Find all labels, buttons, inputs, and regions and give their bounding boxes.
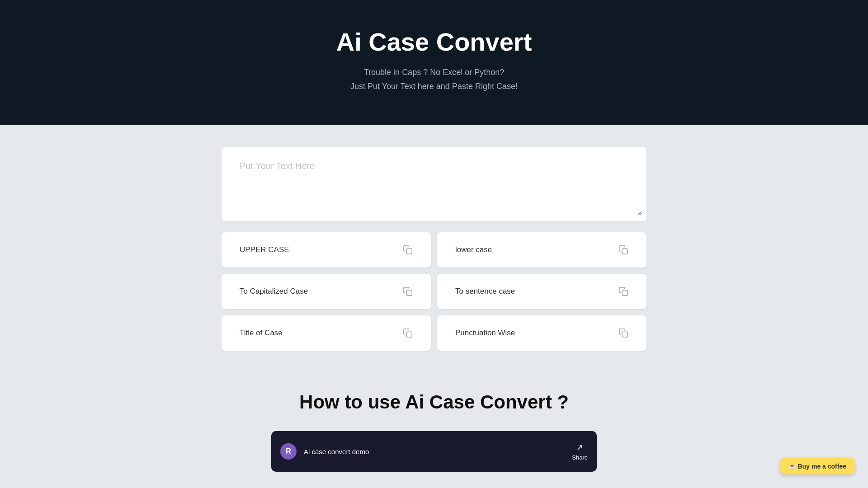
subtitle-line1: Trouble in Caps ? No Excel or Python? — [9, 66, 859, 80]
copy-icon-title — [403, 328, 413, 338]
share-icon: ↗ — [576, 442, 583, 452]
svg-rect-5 — [622, 332, 627, 337]
copy-icon-sentence — [618, 286, 628, 296]
text-input-wrapper — [222, 147, 646, 221]
case-grid: UPPER CASE lower case To Capitalized Cas… — [222, 232, 646, 351]
buy-coffee-button[interactable]: ☕ Buy me a coffee — [780, 458, 854, 474]
video-avatar: R — [280, 443, 297, 460]
upper-case-label: UPPER CASE — [240, 245, 289, 254]
lower-case-card[interactable]: lower case — [437, 232, 646, 267]
how-to-heading: How to use Ai Case Convert ? — [222, 391, 646, 413]
site-header: Ai Case Convert Trouble in Caps ? No Exc… — [0, 0, 868, 125]
copy-icon-capitalized — [403, 286, 413, 296]
content-container: UPPER CASE lower case To Capitalized Cas… — [212, 147, 656, 488]
video-title: Ai case convert demo — [304, 448, 565, 455]
site-title: Ai Case Convert — [9, 27, 859, 56]
upper-case-card[interactable]: UPPER CASE — [222, 232, 431, 267]
punctuation-wise-label: Punctuation Wise — [455, 328, 515, 338]
video-container[interactable]: R Ai case convert demo ↗ Share — [271, 431, 597, 472]
svg-rect-4 — [406, 332, 412, 337]
sentence-case-card[interactable]: To sentence case — [437, 274, 646, 309]
buy-coffee-label: ☕ Buy me a coffee — [788, 463, 846, 470]
svg-rect-0 — [406, 249, 412, 254]
capitalized-case-card[interactable]: To Capitalized Case — [222, 274, 431, 309]
copy-icon-punctuation — [618, 328, 628, 338]
share-label: Share — [572, 454, 588, 461]
title-case-card[interactable]: Title of Case — [222, 315, 431, 351]
text-input[interactable] — [226, 152, 642, 215]
main-content: UPPER CASE lower case To Capitalized Cas… — [0, 125, 868, 488]
subtitle-line2: Just Put Your Text here and Paste Right … — [9, 80, 859, 94]
svg-rect-1 — [622, 249, 627, 254]
sentence-case-label: To sentence case — [455, 287, 515, 296]
svg-rect-2 — [406, 290, 412, 296]
svg-rect-3 — [622, 290, 627, 296]
lower-case-label: lower case — [455, 245, 492, 254]
capitalized-case-label: To Capitalized Case — [240, 287, 308, 296]
how-to-section: How to use Ai Case Convert ? R Ai case c… — [222, 382, 646, 488]
share-button[interactable]: ↗ Share — [572, 442, 588, 461]
copy-icon-lower — [618, 245, 628, 255]
title-case-label: Title of Case — [240, 328, 283, 338]
punctuation-wise-card[interactable]: Punctuation Wise — [437, 315, 646, 351]
copy-icon-upper — [403, 245, 413, 255]
